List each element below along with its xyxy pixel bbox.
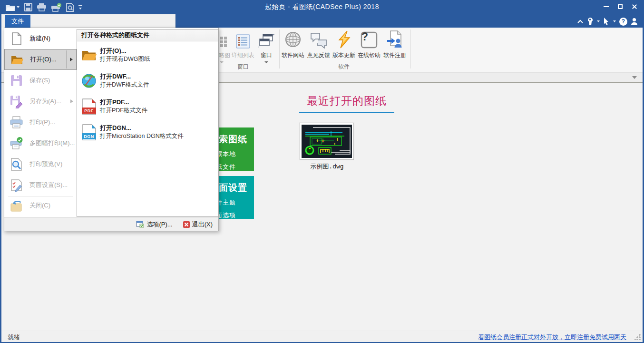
submenu-item-open-pdf[interactable]: PDF 打开PDF... 打开PDF格式文件	[79, 95, 216, 119]
user-account-icon[interactable]	[631, 18, 638, 26]
open-folder-icon	[5, 3, 15, 11]
tab-file[interactable]: 文件	[5, 15, 30, 28]
close-button[interactable]	[627, 0, 642, 13]
menu-item-save[interactable]: 保存(S)	[4, 70, 77, 91]
window-controls	[599, 0, 642, 14]
menu-item-close[interactable]: 关闭(C)	[4, 197, 77, 214]
chevron-down-icon	[79, 8, 82, 10]
minimize-button[interactable]	[599, 0, 613, 13]
recent-file-name[interactable]: 示例图.dwg	[285, 162, 369, 171]
file-menu-left-column: 新建(N) 打开(O)... 保存(S)	[4, 28, 77, 217]
dwf-globe-icon	[81, 73, 97, 89]
menu-item-page-setup[interactable]: 页面设置(S)...	[4, 175, 77, 196]
cursor-mode-icon[interactable]	[603, 17, 610, 26]
cascade-windows-icon	[258, 33, 274, 49]
submenu-arrow-icon	[70, 99, 73, 103]
submenu-item-open-dwf[interactable]: 打开DWF... 打开DWF格式文件	[79, 69, 216, 93]
menu-separator	[8, 196, 73, 196]
minimize-icon	[604, 6, 609, 7]
printer-icon	[37, 3, 47, 11]
bar-icon	[78, 5, 82, 6]
recent-drawings-title: 最近打开的图纸	[275, 94, 418, 108]
submenu-item-open-dwg[interactable]: 打开(O)... 打开现有DWG图纸	[79, 44, 216, 68]
save-as-icon	[10, 95, 23, 108]
print-icon	[10, 116, 23, 129]
submenu-item-open-dgn[interactable]: DGN 打开DGN... 打开MicroStation DGN格式文件	[79, 121, 216, 145]
question-mark-glyph: ?	[356, 30, 373, 43]
help-icon[interactable]: ?	[619, 18, 627, 26]
qat-print-preview-button[interactable]	[66, 3, 74, 12]
resize-grip-icon[interactable]	[634, 334, 641, 340]
menu-item-open[interactable]: 打开(O)...	[4, 49, 77, 70]
pdf-file-icon: PDF	[81, 98, 97, 115]
group-separator	[410, 29, 411, 69]
register-user-icon	[386, 30, 403, 49]
tab-list-dropdown-icon[interactable]	[632, 76, 637, 79]
submenu-header: 打开各种格式的图纸文件	[77, 29, 218, 41]
qat-save-button[interactable]	[24, 3, 32, 11]
window-title: 起始页 - 看图纸(CADSee Plus) 2018	[1, 0, 643, 14]
submenu-separator	[66, 50, 67, 69]
collapse-ribbon-icon[interactable]	[577, 19, 584, 24]
recent-file-card[interactable]	[300, 123, 354, 160]
app-window: 起始页 - 看图纸(CADSee Plus) 2018 文件 ?	[0, 0, 644, 343]
open-folder-icon	[81, 47, 97, 63]
file-menu-footer: 选项(P)... 退出(X)	[4, 217, 218, 231]
file-menu: 新建(N) 打开(O)... 保存(S)	[4, 28, 219, 231]
open-formats-submenu: 打开各种格式的图纸文件 打开(O)... 打开现有DWG图纸 打开DWF...	[77, 29, 218, 217]
pdf-badge: PDF	[82, 108, 96, 114]
multi-print-icon	[10, 137, 23, 150]
save-icon	[10, 74, 23, 88]
save-icon	[24, 3, 32, 11]
dwg-thumbnail-preview	[302, 125, 352, 158]
utility-icon-row: ?	[577, 16, 638, 27]
close-drawing-icon	[10, 199, 23, 213]
options-button[interactable]: 选项(P)...	[136, 220, 172, 229]
ribbon-button-register[interactable]: 软件注册	[382, 29, 408, 70]
globe-icon	[284, 30, 302, 49]
ribbon-group-window: 窗口	[225, 63, 261, 71]
ribbon-button-website[interactable]: 软件网站	[280, 29, 306, 70]
ribbon-group-software: 软件	[330, 63, 358, 71]
exit-button[interactable]: 退出(X)	[183, 220, 213, 229]
new-file-icon	[10, 32, 23, 46]
status-text: 就绪	[8, 333, 20, 342]
chevron-down-icon[interactable]	[597, 20, 600, 22]
close-icon	[632, 4, 637, 10]
lightning-update-icon	[337, 30, 351, 49]
ribbon-button-help[interactable]: ? 在线帮助	[356, 29, 382, 70]
print-preview-icon	[10, 157, 23, 171]
chevron-down-icon	[17, 6, 20, 8]
page-setup-icon	[10, 178, 23, 192]
feedback-bubbles-icon	[310, 31, 328, 49]
printer-check-icon	[51, 3, 62, 12]
submenu-arrow-icon	[70, 58, 73, 61]
menu-item-print-preview[interactable]: 打印预览(V)	[4, 154, 77, 175]
exit-x-icon	[183, 221, 190, 228]
print-preview-icon	[66, 3, 74, 12]
qat-customize-button[interactable]	[78, 5, 82, 10]
register-promo-link[interactable]: 看图纸会员注册正式对外开放，立即注册免费试用两天	[478, 333, 626, 342]
options-window-icon	[136, 221, 144, 228]
chevron-down-icon	[264, 61, 268, 63]
menu-item-new[interactable]: 新建(N)	[4, 28, 77, 49]
qat-multi-print-button[interactable]	[51, 3, 62, 12]
group-separator	[279, 29, 280, 69]
menu-item-multi-print[interactable]: 多图幅打印(M)...	[4, 133, 77, 154]
detail-list-icon	[236, 34, 250, 49]
tools-wrench-icon[interactable]	[587, 17, 594, 26]
menu-item-print[interactable]: 打印(P)...	[4, 112, 77, 133]
qat-open-button[interactable]	[5, 3, 20, 11]
menu-item-save-as[interactable]: 另存为(A)...	[4, 91, 77, 112]
title-underline	[299, 112, 394, 113]
titlebar: 起始页 - 看图纸(CADSee Plus) 2018	[1, 0, 643, 14]
qat-print-button[interactable]	[37, 3, 47, 11]
chevron-down-icon	[220, 61, 224, 63]
ribbon-button-feedback[interactable]: 意见反馈	[306, 29, 332, 70]
maximize-button[interactable]	[613, 0, 627, 13]
quick-access-toolbar	[5, 1, 82, 13]
chevron-down-icon[interactable]	[613, 20, 616, 22]
open-folder-icon	[10, 53, 24, 67]
status-bar: 就绪 看图纸会员注册正式对外开放，立即注册免费试用两天	[1, 331, 643, 342]
maximize-icon	[618, 4, 623, 9]
